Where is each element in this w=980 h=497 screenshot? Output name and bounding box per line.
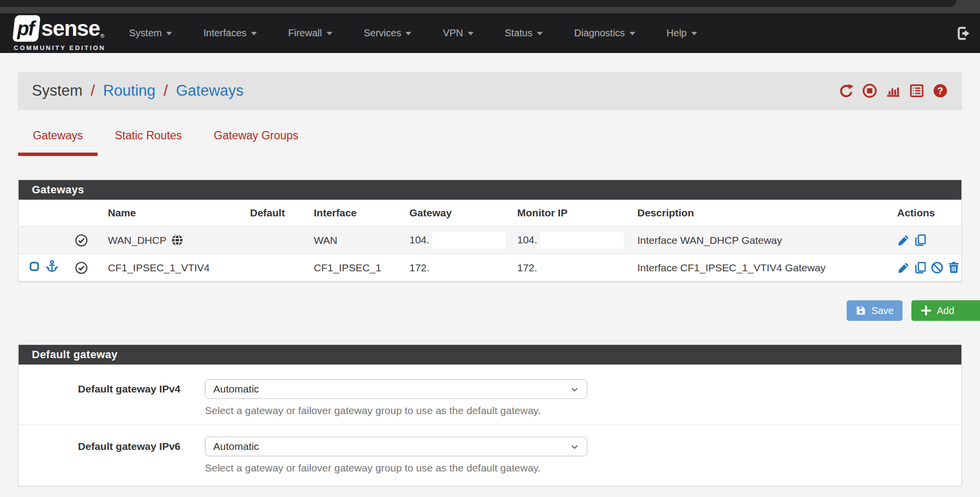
gateway-description: Interface CF1_IPSEC_1_VTIV4 Gateway xyxy=(630,254,890,282)
square-indicator-icon xyxy=(28,261,40,275)
gateway-description: Interface WAN_DHCP Gateway xyxy=(630,227,890,254)
globe-icon xyxy=(171,234,184,247)
redacted-ip-box xyxy=(432,232,506,249)
breadcrumb-root: System xyxy=(32,82,82,99)
caret-down-icon xyxy=(405,32,411,35)
gateway-interface: WAN xyxy=(307,227,402,254)
tab-bar: Gateways Static Routes Gateway Groups xyxy=(18,129,962,156)
redacted-ip-box xyxy=(540,232,624,249)
delete-trash-icon[interactable] xyxy=(947,261,960,274)
caret-down-icon xyxy=(537,32,543,35)
gateway-name: CF1_IPSEC_1_VTIV4 xyxy=(101,254,243,282)
enabled-check-circle-icon xyxy=(75,234,88,245)
col-monitor-ip: Monitor IP xyxy=(510,200,630,227)
stop-circle-icon[interactable] xyxy=(862,83,878,99)
col-name: Name xyxy=(101,200,243,227)
window-chrome xyxy=(0,0,980,13)
default-gateway-ipv4-value: Automatic xyxy=(213,383,259,395)
default-gateway-panel: Default gateway Default gateway IPv4 Aut… xyxy=(18,344,962,486)
copy-icon[interactable] xyxy=(914,234,927,247)
caret-down-icon xyxy=(468,32,474,35)
breadcrumb-separator: / xyxy=(91,82,95,99)
edit-pencil-icon[interactable] xyxy=(897,261,910,274)
default-gateway-panel-title: Default gateway xyxy=(19,345,961,365)
gateways-panel-title: Gateways xyxy=(19,180,961,200)
tab-gateways[interactable]: Gateways xyxy=(18,129,98,156)
help-icon[interactable]: ? xyxy=(932,83,948,99)
pf-logo-text: pf xyxy=(17,17,36,39)
gateway-default xyxy=(243,254,307,282)
caret-down-icon xyxy=(327,32,332,35)
pfsense-logo-top: pf sense ® xyxy=(14,15,105,42)
save-button-label: Save xyxy=(871,305,894,316)
breadcrumb-separator: / xyxy=(164,82,168,99)
tab-gateway-groups[interactable]: Gateway Groups xyxy=(199,129,313,156)
log-list-icon[interactable] xyxy=(909,83,925,99)
col-actions: Actions xyxy=(890,200,961,227)
caret-down-icon xyxy=(629,32,635,35)
monitor-ip: 104. xyxy=(517,234,537,245)
nav-menu: System Interfaces Firewall Services VPN … xyxy=(129,27,697,39)
breadcrumb: System / Routing / Gateways xyxy=(32,82,244,100)
gateways-table: Name Default Interface Gateway Monitor I… xyxy=(19,200,961,282)
navbar: pf sense ® COMMUNITY EDITION System Inte… xyxy=(0,13,980,53)
caret-down-icon xyxy=(251,32,257,35)
copy-icon[interactable] xyxy=(914,261,927,274)
community-edition-label: COMMUNITY EDITION xyxy=(14,44,105,52)
save-floppy-icon xyxy=(855,305,866,316)
pfsense-logo[interactable]: pf sense ® COMMUNITY EDITION xyxy=(14,15,105,52)
breadcrumb-bar: System / Routing / Gateways xyxy=(18,72,962,109)
button-row: Save Add xyxy=(18,300,962,321)
default-gateway-ipv4-select[interactable]: Automatic xyxy=(205,379,587,399)
disable-ban-icon[interactable] xyxy=(930,261,944,274)
gateway-default xyxy=(243,227,307,254)
enabled-check-circle-icon xyxy=(75,261,88,272)
pf-logo-box: pf xyxy=(12,15,41,42)
nav-item-firewall[interactable]: Firewall xyxy=(288,27,332,39)
table-row-cf1-ipsec: CF1_IPSEC_1_VTIV4 CF1_IPSEC_1 172. 172. … xyxy=(19,254,961,282)
default-gateway-ipv6-label: Default gateway IPv6 xyxy=(19,437,180,474)
gateways-panel: Gateways Name Default Interface Gateway … xyxy=(18,180,962,282)
add-button[interactable]: Add xyxy=(911,300,980,321)
gateway-interface: CF1_IPSEC_1 xyxy=(307,254,402,282)
nav-item-diagnostics[interactable]: Diagnostics xyxy=(574,27,635,39)
col-gateway: Gateway xyxy=(402,200,510,227)
table-row-wan-dhcp: WAN_DHCP WAN 104. xyxy=(19,227,961,254)
breadcrumb-link-routing[interactable]: Routing xyxy=(103,82,155,99)
breadcrumb-action-icons: ? xyxy=(838,83,948,99)
breadcrumb-link-gateways[interactable]: Gateways xyxy=(176,82,244,99)
gateway-name: WAN_DHCP xyxy=(108,235,166,246)
col-interface: Interface xyxy=(307,200,402,227)
default-gateway-ipv6-help: Select a gateway or failover gateway gro… xyxy=(205,462,587,474)
caret-down-icon xyxy=(691,32,697,35)
svg-text:?: ? xyxy=(937,86,943,96)
sense-logo-text: sense xyxy=(41,16,100,41)
tab-static-routes[interactable]: Static Routes xyxy=(100,129,197,156)
registered-mark: ® xyxy=(101,33,104,39)
monitor-ip: 172. xyxy=(510,254,630,282)
nav-item-interfaces[interactable]: Interfaces xyxy=(203,27,257,39)
gateway-ip: 104. xyxy=(409,234,429,245)
save-button[interactable]: Save xyxy=(847,300,903,321)
nav-item-system[interactable]: System xyxy=(129,27,172,39)
nav-item-vpn[interactable]: VPN xyxy=(443,27,473,39)
plus-icon xyxy=(920,305,932,316)
default-gateway-ipv4-label: Default gateway IPv4 xyxy=(19,379,180,417)
bar-chart-icon[interactable] xyxy=(885,83,901,99)
nav-item-services[interactable]: Services xyxy=(364,27,412,39)
default-gateway-ipv6-row: Default gateway IPv6 Automatic Select a … xyxy=(19,425,961,486)
add-button-label: Add xyxy=(937,305,955,316)
refresh-icon[interactable] xyxy=(838,83,854,99)
default-gateway-ipv6-value: Automatic xyxy=(213,441,259,452)
anchor-icon xyxy=(45,260,59,276)
gateways-table-header-row: Name Default Interface Gateway Monitor I… xyxy=(19,200,961,227)
default-gateway-ipv6-select[interactable]: Automatic xyxy=(205,437,587,456)
default-gateway-ipv4-row: Default gateway IPv4 Automatic Select a … xyxy=(19,365,961,425)
nav-item-status[interactable]: Status xyxy=(505,27,543,39)
nav-item-help[interactable]: Help xyxy=(667,27,697,39)
chevron-down-icon xyxy=(569,384,580,395)
col-default: Default xyxy=(243,200,307,227)
edit-pencil-icon[interactable] xyxy=(897,234,910,247)
sign-out-icon[interactable] xyxy=(955,25,972,44)
chevron-down-icon xyxy=(569,442,580,452)
